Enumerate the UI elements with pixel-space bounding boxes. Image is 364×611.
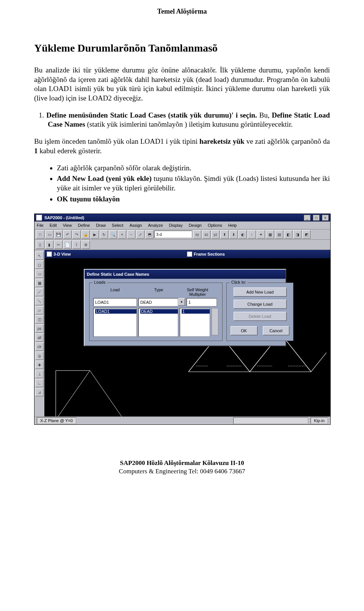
step-1-number: 1. xyxy=(39,111,46,119)
palette-tool[interactable]: ▭ xyxy=(35,270,44,278)
menu-options[interactable]: Options xyxy=(208,223,222,228)
menu-edit[interactable]: Edit xyxy=(50,223,57,228)
list-scrollbar[interactable] xyxy=(212,308,218,335)
change-load-button[interactable]: Change Load xyxy=(234,300,287,309)
minimize-button[interactable]: _ xyxy=(304,215,311,221)
status-units[interactable]: Kip-in xyxy=(311,417,328,424)
toolbar-button[interactable]: ▭ xyxy=(45,230,53,239)
toolbar-button[interactable]: ⤢ xyxy=(136,230,144,239)
toolbar-button[interactable]: ↶ xyxy=(63,230,72,239)
note-bold-1: hareketsiz yük xyxy=(199,137,245,145)
paragraph-intro: Bu analizde iki tür yükleme durumu göz ö… xyxy=(34,66,330,103)
toolbar-button[interactable]: − xyxy=(127,230,135,239)
step-1-text-c: (statik yük isimlerini tanõmlayõn ) ilet… xyxy=(85,120,293,128)
type-list[interactable]: DEAD xyxy=(138,308,178,337)
toolbar-button[interactable]: ◧ xyxy=(284,230,292,239)
toolbar-button[interactable]: + xyxy=(118,230,126,239)
load-list[interactable]: LOAD1 xyxy=(93,308,137,337)
add-new-load-button[interactable]: Add New Load xyxy=(234,287,287,297)
paragraph-note: Bu işlem önceden tanõmlõ yük olan LOAD1 … xyxy=(34,137,330,155)
menu-help[interactable]: Help xyxy=(228,223,237,228)
toolbar-button[interactable]: ✦ xyxy=(257,230,265,239)
palette-tool[interactable]: ◻ xyxy=(35,261,44,269)
load-name-input[interactable]: LOAD1 xyxy=(93,298,137,306)
pointer-tool[interactable]: ↖ xyxy=(35,251,44,260)
toolbar-button[interactable]: I xyxy=(72,240,81,249)
maximize-button[interactable]: □ xyxy=(313,215,320,221)
palette-tool[interactable]: ▱ xyxy=(35,306,44,314)
menu-analyze[interactable]: Analyze xyxy=(148,223,163,228)
delete-load-button[interactable]: Delete Load xyxy=(234,312,287,321)
dropdown-arrow-icon[interactable]: ▼ xyxy=(178,298,185,306)
view-icon xyxy=(187,251,192,257)
multiplier-list-item[interactable]: 1 xyxy=(182,309,210,314)
palette-tool[interactable]: all xyxy=(35,333,44,342)
menu-select[interactable]: Select xyxy=(112,223,124,228)
menu-draw[interactable]: Draw xyxy=(96,223,106,228)
multiplier-list[interactable]: 1 xyxy=(180,308,210,337)
toolbar-button[interactable]: ◐ xyxy=(238,230,247,239)
palette-tool[interactable]: ▦ xyxy=(35,279,44,287)
load-type-select[interactable]: DEAD xyxy=(138,298,178,306)
toolbar-button[interactable]: xy xyxy=(193,230,201,239)
palette-tool[interactable]: ◫ xyxy=(35,315,44,324)
note-bold-2: 1 xyxy=(34,147,38,155)
toolbar-button[interactable]: 🔒 xyxy=(82,230,90,239)
menu-design[interactable]: Design xyxy=(189,223,202,228)
palette-tool[interactable]: clr xyxy=(35,342,44,351)
loads-group-title: Loads xyxy=(93,280,107,284)
menu-assign[interactable]: Assign xyxy=(129,223,142,228)
close-button[interactable]: × xyxy=(322,215,329,221)
toolbar-button[interactable]: ✂ xyxy=(54,240,63,249)
toolbar-button[interactable]: 💾 xyxy=(54,230,63,239)
toolbar-button[interactable]: ⬇ xyxy=(229,230,238,239)
footer-subtitle: Computers & Engineering Tel: 0049 6406 7… xyxy=(34,467,330,476)
toolbar-button[interactable]: ◨ xyxy=(293,230,301,239)
menu-display[interactable]: Display xyxy=(169,223,183,228)
click-to-group: Click to: Add New Load Change Load Delet… xyxy=(226,283,293,341)
toolbar-button[interactable]: ⚙ xyxy=(82,240,90,249)
menu-define[interactable]: Define xyxy=(78,223,90,228)
toolbar-button[interactable]: ⬆ xyxy=(220,230,229,239)
toolbar-button[interactable]: ↻ xyxy=(100,230,108,239)
palette-tool[interactable]: ⊥ xyxy=(35,370,44,378)
toolbar-button[interactable]: ▯ xyxy=(36,240,44,249)
toolbar-button[interactable]: ◩ xyxy=(302,230,311,239)
palette-tool[interactable]: ⊿ xyxy=(35,388,44,396)
palette-tool[interactable]: ／ xyxy=(35,288,44,296)
toolbar-button[interactable]: 🔍 xyxy=(109,230,117,239)
toolbar-button[interactable]: ▦ xyxy=(266,230,274,239)
toolbar-button[interactable]: ↷ xyxy=(72,230,81,239)
palette-tool[interactable]: ◎ xyxy=(35,352,44,360)
palette-tool[interactable]: ∟ xyxy=(35,379,44,387)
toolbar-button[interactable]: ▶ xyxy=(91,230,99,239)
page-footer: SAP2000 Hõzlõ Alõştõrmalar Kõlavuzu II-1… xyxy=(34,459,330,476)
dialog-title: Define Static Load Case Names xyxy=(85,270,286,279)
toolbar-button[interactable]: xz xyxy=(202,230,210,239)
self-weight-multiplier-input[interactable]: 1 xyxy=(187,298,217,306)
type-list-item[interactable]: DEAD xyxy=(140,309,178,314)
dialog-button-row: OK Cancel xyxy=(231,326,289,335)
bullet-2-bold: Add New Load (yeni yük ekle) xyxy=(57,174,152,182)
menu-view[interactable]: View xyxy=(63,223,72,228)
palette-tool[interactable]: ＼ xyxy=(35,297,44,305)
col-header-mult-line2: Multiplier xyxy=(180,292,215,297)
toolbar-button[interactable]: 📄 xyxy=(63,240,72,249)
view-right-title: Frame Sections xyxy=(194,252,225,256)
view-combo[interactable]: 3-d xyxy=(154,231,192,238)
toolbar-button[interactable]: ▮ xyxy=(45,240,53,249)
load-list-item[interactable]: LOAD1 xyxy=(95,309,136,314)
menu-file[interactable]: File xyxy=(37,223,44,228)
toolbar-button[interactable]: ⬒ xyxy=(145,230,154,239)
palette-tool[interactable]: ✚ xyxy=(35,361,44,369)
ok-button[interactable]: OK xyxy=(231,326,257,335)
section-title: Yükleme Durumlarõnõn Tanõmlanmasõ xyxy=(34,42,330,54)
status-plane: X-Z Plane @ Y=0 xyxy=(37,417,76,424)
toolbar-button[interactable]: yz xyxy=(211,230,220,239)
cancel-button[interactable]: Cancel xyxy=(263,326,290,335)
toolbar-button[interactable]: ↕ xyxy=(248,230,256,239)
toolbar-button[interactable]: □ xyxy=(36,230,44,239)
toolbar-button[interactable]: ▤ xyxy=(275,230,283,239)
toolbar-2: ▯ ▮ ✂ 📄 I ⚙ xyxy=(35,240,330,250)
palette-tool[interactable]: ps xyxy=(35,324,44,333)
